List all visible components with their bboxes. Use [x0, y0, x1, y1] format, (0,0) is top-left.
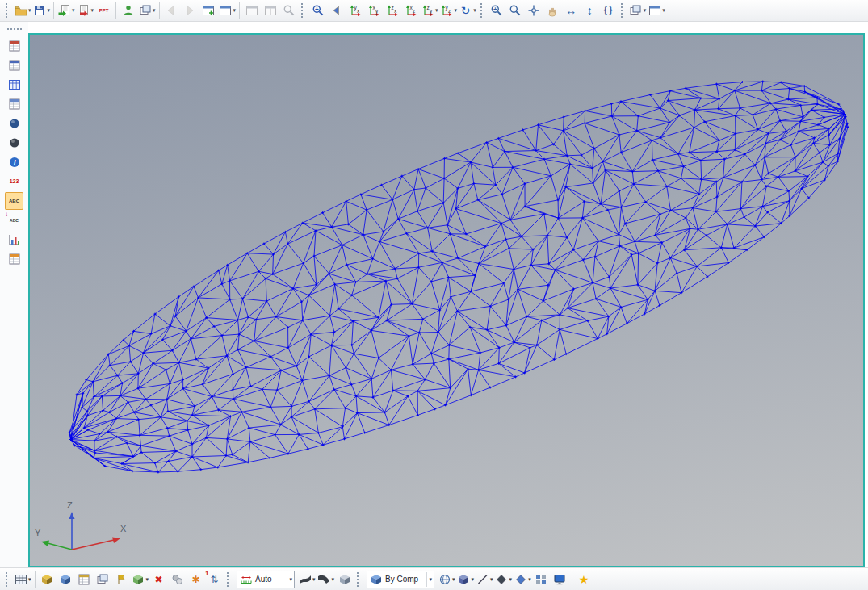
dropdown-arrow-icon: ▾: [153, 6, 156, 15]
new-window-button[interactable]: [199, 2, 218, 19]
surface-mesh-button[interactable]: ▾: [297, 571, 317, 588]
dropdown-arrow-icon[interactable]: ▾: [426, 572, 433, 587]
info-pane-button[interactable]: i: [5, 153, 23, 171]
open-model-button[interactable]: ▾: [13, 2, 32, 19]
messages-pane-button[interactable]: [5, 95, 23, 113]
element-display-icon: [514, 572, 527, 586]
zoom-out-button[interactable]: [506, 2, 525, 19]
renumber-button[interactable]: ⇅1: [205, 571, 224, 588]
panes-toolbar-handle[interactable]: [7, 28, 22, 32]
api-programming-pane-button[interactable]: [5, 250, 23, 268]
view-zx-button[interactable]: zx: [383, 2, 401, 19]
view-xz-button[interactable]: xz: [401, 2, 420, 19]
window-layout-button[interactable]: ▾: [218, 2, 237, 19]
view-xy-button[interactable]: yx: [346, 2, 364, 19]
dropdown-arrow-icon: ▾: [455, 6, 458, 15]
view-style-icon: [648, 4, 661, 18]
dropdown-arrow-icon[interactable]: ▾: [287, 572, 293, 587]
svg-text:z: z: [413, 8, 415, 14]
mesh-attributes-button[interactable]: ▾: [131, 571, 150, 588]
line-display-button[interactable]: ▾: [475, 571, 494, 588]
feature-suppress-button[interactable]: [75, 571, 94, 588]
pan-vertical-button[interactable]: ↕: [581, 2, 599, 19]
view-yx-button[interactable]: xy: [364, 2, 383, 19]
geometry-edit-button[interactable]: [38, 571, 57, 588]
zoom-window-button[interactable]: [279, 2, 298, 19]
close-window-button[interactable]: [242, 2, 261, 19]
view-style-button[interactable]: ▾: [647, 2, 666, 19]
user-profile-button[interactable]: [119, 2, 137, 19]
copy-to-powerpoint-button[interactable]: PPT: [94, 2, 113, 19]
favorites-button[interactable]: ★: [575, 571, 593, 588]
mesh-size-combo[interactable]: Auto▾: [237, 571, 295, 588]
save-model-button[interactable]: ▾: [32, 2, 52, 19]
boundary-mesh-icon: [317, 572, 331, 586]
tile-windows-button[interactable]: [261, 2, 279, 19]
view-orient-toolbar-handle[interactable]: [301, 3, 305, 18]
list-numbers-button[interactable]: 123: [5, 173, 23, 190]
fit-visible-button[interactable]: { }: [599, 2, 618, 19]
zoom-center-button[interactable]: [525, 2, 543, 19]
visibility-button[interactable]: ▾: [628, 2, 648, 19]
show-labels-button[interactable]: ABC: [5, 192, 23, 210]
display-toolbar-handle[interactable]: [357, 572, 361, 587]
sort-labels-button[interactable]: ABC↓: [5, 211, 23, 229]
charting-pane-button[interactable]: [5, 231, 23, 249]
copy-picture-button[interactable]: ▾: [137, 2, 157, 19]
global-view-button[interactable]: ▾: [437, 571, 456, 588]
svg-text:y: y: [375, 8, 379, 15]
color-mode-combo-value: By Comp: [383, 575, 426, 584]
meshing-toolbar-handle[interactable]: [6, 572, 10, 587]
mesh-points-button[interactable]: [112, 571, 131, 588]
previous-view-button[interactable]: [327, 2, 346, 19]
undo-button[interactable]: [162, 2, 181, 19]
zoom-pan-toolbar-handle[interactable]: [480, 3, 484, 18]
graphics-viewport[interactable]: Z X Y: [28, 33, 865, 567]
connection-browser-pane-button[interactable]: [5, 115, 23, 132]
pan-vertical-icon: ↕: [583, 4, 597, 18]
midsurface-button[interactable]: [57, 571, 75, 588]
model-info-pane-button[interactable]: [5, 37, 23, 55]
multi-view-button[interactable]: [532, 571, 551, 588]
surface-mesh-icon: [298, 572, 312, 586]
mesh-edges: [69, 82, 848, 472]
remesh-button[interactable]: ✱: [187, 571, 205, 588]
toolbar-separator: [35, 571, 36, 588]
zoom-out-icon: [509, 4, 522, 18]
full-screen-button[interactable]: [551, 571, 569, 588]
view-zy-button[interactable]: zy▾: [420, 2, 439, 19]
dropdown-arrow-icon: ▾: [452, 575, 455, 584]
pan-button[interactable]: [543, 2, 562, 19]
solid-mesh-button[interactable]: [335, 571, 354, 588]
delete-mesh-button[interactable]: ✖: [149, 571, 168, 588]
color-mode-combo[interactable]: By Comp▾: [367, 571, 434, 588]
previous-view-icon: [329, 4, 343, 18]
import-file-button[interactable]: ▾: [57, 2, 76, 19]
sizing-toolbar-handle[interactable]: [227, 572, 231, 587]
element-display-button[interactable]: ▾: [513, 571, 532, 588]
entity-editor-pane-button[interactable]: [5, 56, 23, 74]
visibility-icon: [629, 4, 643, 18]
filled-display-button[interactable]: ▾: [494, 571, 514, 588]
copy-picture-icon: [138, 4, 152, 18]
redo-button[interactable]: [181, 2, 199, 19]
view-xy-icon: yx: [348, 4, 362, 18]
split-surface-button[interactable]: [94, 571, 112, 588]
window-toolbar-handle[interactable]: [621, 3, 625, 18]
magnify-button[interactable]: +: [308, 2, 327, 19]
export-file-button[interactable]: ▾: [76, 2, 95, 19]
view-yz-button[interactable]: yz▾: [439, 2, 459, 19]
entity-info-pane-button[interactable]: [5, 134, 23, 152]
file-toolbar-handle[interactable]: [6, 3, 10, 18]
fea-mesh-wireframe[interactable]: [30, 35, 863, 566]
full-screen-icon: [553, 572, 567, 586]
meshing-toolbox-button[interactable]: ▾: [13, 571, 32, 588]
smooth-mesh-button[interactable]: [168, 571, 187, 588]
solid-display-button[interactable]: ▾: [456, 571, 476, 588]
pan-horizontal-button[interactable]: ↔: [562, 2, 581, 19]
zoom-in-button[interactable]: +: [488, 2, 506, 19]
toolbar-separator: [572, 571, 572, 588]
rotate-view-button[interactable]: ↻▾: [458, 2, 477, 19]
data-table-pane-button[interactable]: [5, 76, 23, 94]
boundary-mesh-button[interactable]: ▾: [317, 571, 336, 588]
